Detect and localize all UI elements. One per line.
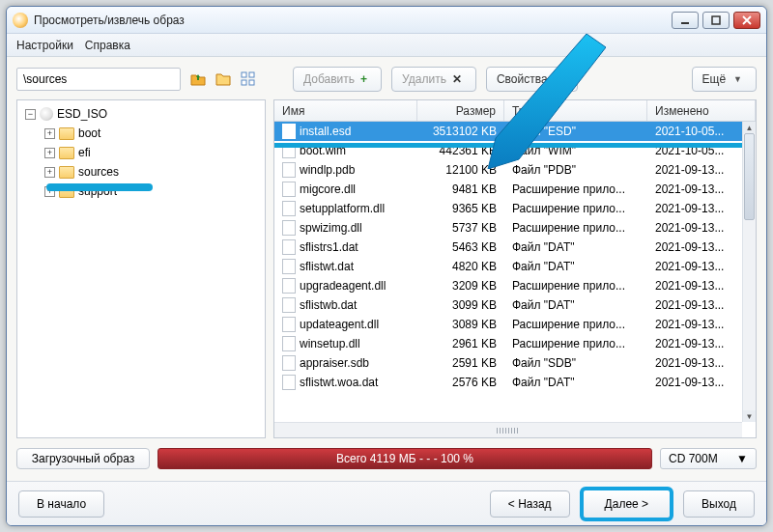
- folder-icon: [59, 166, 74, 179]
- file-name: winsetup.dll: [300, 337, 360, 350]
- file-name: install.esd: [300, 125, 351, 138]
- exit-button[interactable]: Выход: [683, 490, 755, 518]
- close-button[interactable]: [733, 12, 760, 29]
- file-name: updateagent.dll: [300, 318, 379, 331]
- file-row[interactable]: sflistwb.dat3099 KBФайл "DAT"2021-09-13.…: [274, 295, 756, 315]
- titlebar[interactable]: Просмотреть/извлечь образ: [7, 7, 766, 34]
- file-size: 2591 KB: [417, 356, 504, 370]
- scroll-up-icon[interactable]: ▲: [743, 122, 756, 133]
- menubar: Настройки Справка: [7, 34, 766, 57]
- file-size: 3209 KB: [417, 279, 504, 293]
- file-row[interactable]: upgradeagent.dll3209 KBРасширение прило.…: [274, 276, 756, 295]
- x-icon: ✕: [452, 72, 462, 86]
- add-button[interactable]: Добавить+: [293, 67, 382, 92]
- file-row[interactable]: migcore.dll9481 KBРасширение прило...202…: [274, 180, 756, 199]
- file-icon: [282, 220, 296, 236]
- file-size: 3513102 KB: [417, 125, 504, 138]
- file-list: Имя Размер Тип Изменено install.esd35131…: [273, 99, 757, 438]
- file-icon: [282, 239, 296, 255]
- file-modified: 2021-10-05...: [647, 125, 756, 138]
- file-type: Файл "DAT": [504, 298, 647, 312]
- column-modified[interactable]: Изменено: [647, 100, 756, 121]
- file-modified: 2021-09-13...: [647, 260, 756, 273]
- scroll-thumb[interactable]: [744, 133, 755, 220]
- file-row[interactable]: spwizimg.dll5737 KBРасширение прило...20…: [274, 218, 756, 238]
- next-button[interactable]: Далее >: [580, 487, 674, 521]
- column-type[interactable]: Тип: [504, 100, 647, 121]
- more-button[interactable]: Ещё▼: [692, 67, 757, 92]
- column-size[interactable]: Размер: [417, 100, 504, 121]
- vertical-scrollbar[interactable]: ▲ ▼: [742, 122, 756, 422]
- file-row[interactable]: windlp.pdb12100 KBФайл "PDB"2021-09-13..…: [274, 160, 756, 180]
- file-size: 4820 KB: [417, 260, 504, 273]
- begin-button[interactable]: В начало: [18, 490, 104, 518]
- remove-button[interactable]: Удалить✕: [391, 67, 476, 92]
- media-select[interactable]: CD 700M▼: [660, 448, 757, 469]
- file-type: Расширение прило...: [504, 182, 647, 196]
- menu-help[interactable]: Справка: [85, 39, 130, 52]
- file-modified: 2021-09-13...: [647, 279, 756, 293]
- file-name: spwizimg.dll: [300, 221, 362, 235]
- properties-button[interactable]: Свойства✔: [486, 67, 578, 92]
- file-icon: [282, 124, 296, 139]
- tree-item-boot[interactable]: +boot: [19, 124, 263, 143]
- progress-text: Всего 4119 МБ - - - 100 %: [336, 452, 473, 465]
- file-row[interactable]: install.esd3513102 KBФайл "ESD"2021-10-0…: [274, 122, 756, 141]
- svg-rect-5: [249, 80, 254, 85]
- file-icon: [282, 317, 296, 332]
- file-name: appraiser.sdb: [300, 356, 369, 370]
- folder-up-icon[interactable]: [190, 71, 206, 87]
- folder-open-icon[interactable]: [215, 71, 231, 87]
- file-icon: [282, 162, 296, 178]
- tree-root[interactable]: − ESD_ISO: [19, 104, 263, 124]
- path-input[interactable]: \sources: [16, 68, 181, 91]
- grip-icon: [497, 428, 520, 434]
- collapse-icon[interactable]: −: [25, 109, 36, 120]
- file-name: sflistwb.dat: [300, 298, 357, 312]
- column-name[interactable]: Имя: [274, 100, 417, 121]
- file-row[interactable]: sflistrs1.dat5463 KBФайл "DAT"2021-09-13…: [274, 238, 756, 257]
- scroll-down-icon[interactable]: ▼: [743, 410, 756, 422]
- file-row[interactable]: appraiser.sdb2591 KBФайл "SDB"2021-09-13…: [274, 353, 756, 373]
- file-row[interactable]: setupplatform.dll9365 KBРасширение прило…: [274, 199, 756, 218]
- menu-settings[interactable]: Настройки: [16, 39, 73, 52]
- file-name: upgradeagent.dll: [300, 279, 386, 293]
- plus-icon: +: [360, 72, 367, 86]
- back-button[interactable]: < Назад: [490, 490, 570, 518]
- file-list-body[interactable]: install.esd3513102 KBФайл "ESD"2021-10-0…: [274, 122, 756, 437]
- folder-tree[interactable]: − ESD_ISO +boot +efi +sources +support: [16, 99, 266, 438]
- file-icon: [282, 375, 296, 390]
- svg-rect-1: [712, 16, 720, 24]
- file-type: Расширение прило...: [504, 202, 647, 215]
- file-row[interactable]: updateagent.dll3089 KBРасширение прило..…: [274, 315, 756, 334]
- annotation-underline: [274, 143, 742, 148]
- minimize-button[interactable]: [672, 12, 699, 29]
- status-row: Загрузочный образ Всего 4119 МБ - - - 10…: [16, 446, 757, 471]
- file-row[interactable]: sflistwt.woa.dat2576 KBФайл "DAT"2021-09…: [274, 373, 756, 392]
- file-name: windlp.pdb: [300, 163, 355, 177]
- file-type: Файл "DAT": [504, 240, 647, 254]
- tree-item-efi[interactable]: +efi: [19, 143, 263, 162]
- file-type: Расширение прило...: [504, 279, 647, 293]
- horizontal-scrollbar[interactable]: [274, 422, 742, 437]
- expand-icon[interactable]: +: [44, 167, 55, 178]
- expand-icon[interactable]: +: [44, 148, 55, 158]
- file-size: 9365 KB: [417, 202, 504, 215]
- maximize-button[interactable]: [702, 12, 730, 29]
- file-type: Расширение прило...: [504, 318, 647, 331]
- file-modified: 2021-09-13...: [647, 240, 756, 254]
- file-row[interactable]: winsetup.dll2961 KBРасширение прило...20…: [274, 334, 756, 353]
- svg-rect-0: [681, 22, 689, 24]
- size-progress-bar: Всего 4119 МБ - - - 100 %: [157, 448, 652, 469]
- tree-item-sources[interactable]: +sources: [19, 162, 263, 182]
- file-row[interactable]: sflistwt.dat4820 KBФайл "DAT"2021-09-13.…: [274, 257, 756, 276]
- file-icon: [282, 336, 296, 351]
- view-grid-icon[interactable]: [241, 71, 256, 87]
- expand-icon[interactable]: +: [44, 128, 55, 139]
- file-type: Файл "ESD": [504, 125, 647, 138]
- file-size: 5737 KB: [417, 221, 504, 235]
- file-name: migcore.dll: [300, 182, 356, 196]
- svg-rect-2: [242, 72, 246, 77]
- file-icon: [282, 355, 296, 371]
- file-name: setupplatform.dll: [300, 202, 385, 215]
